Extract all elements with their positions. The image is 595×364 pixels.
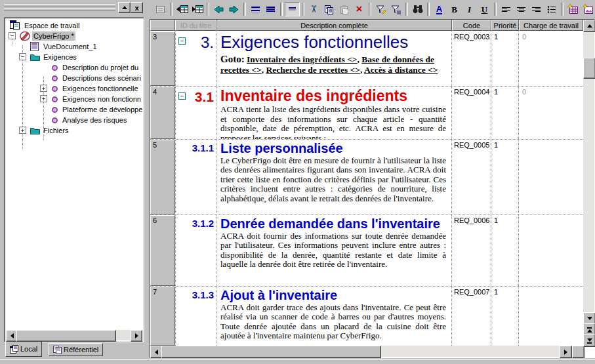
workload-cell[interactable]: 0 xyxy=(519,87,583,139)
workload-cell[interactable] xyxy=(519,215,583,286)
gripper[interactable] xyxy=(4,4,115,7)
priority-cell[interactable]: 1 xyxy=(491,215,519,286)
insert-row-after-button[interactable] xyxy=(190,2,205,16)
insert-image-button[interactable] xyxy=(581,2,595,16)
grid-vertical-scrollbar[interactable] xyxy=(583,20,594,346)
scrollbar-thumb[interactable] xyxy=(583,58,595,79)
description-cell[interactable]: Inventaire des ingrédients ACRA tient la… xyxy=(216,87,452,139)
priority-cell[interactable]: 1 xyxy=(491,287,519,346)
filter-clear-button[interactable] xyxy=(388,2,403,16)
tree-item-workspace[interactable]: Espace de travail xyxy=(23,21,81,30)
toolbar-separator xyxy=(170,3,173,16)
code-cell[interactable]: REQ_0003 xyxy=(452,31,491,86)
code-cell[interactable]: REQ_0007 xyxy=(452,287,491,346)
tab-referentiel-label: Référentiel xyxy=(64,346,98,354)
code-cell[interactable]: REQ_0006 xyxy=(452,215,491,286)
tree-item-description-projet[interactable]: Description du projet du xyxy=(61,63,140,72)
description-cell[interactable]: Ajout à l'inventaire ACRA doit garder tr… xyxy=(216,287,452,346)
collapse-icon[interactable]: − xyxy=(178,92,186,100)
bullet-list-button[interactable] xyxy=(544,2,559,16)
view-description-mode-button[interactable] xyxy=(285,2,300,16)
section-cell[interactable]: 3.1.2 xyxy=(175,215,216,286)
dock-titlebar[interactable]: x xyxy=(3,2,144,14)
grid-horizontal-scrollbar[interactable] xyxy=(150,346,572,357)
code-cell[interactable]: REQ_0005 xyxy=(452,140,491,214)
collapse-icon[interactable]: − xyxy=(178,37,186,45)
description-cell[interactable]: Liste personnalisée Le CyberFrigo doit ê… xyxy=(216,140,452,214)
go-last-requirement-button[interactable] xyxy=(583,334,595,347)
align-left-button[interactable] xyxy=(499,2,514,16)
cut-button[interactable]: ✂ xyxy=(306,2,321,16)
description-cell[interactable]: Exigences fonctionnelles Goto: Inventair… xyxy=(216,31,452,86)
section-cell[interactable]: − 3. xyxy=(175,31,216,86)
section-cell[interactable]: 3.1.3 xyxy=(175,287,216,346)
scroll-right-button[interactable] xyxy=(131,330,142,342)
collapse-icon[interactable]: − xyxy=(19,53,26,60)
gripper[interactable] xyxy=(4,8,115,11)
priority-cell[interactable]: 1 xyxy=(491,31,519,86)
expand-icon[interactable]: + xyxy=(40,85,47,92)
align-right-button[interactable] xyxy=(529,2,544,16)
tree-item-exigences-fonctionnelles[interactable]: Exigences fonctionnelle xyxy=(61,84,140,93)
header-id[interactable]: ID du titre xyxy=(175,20,216,31)
priority-cell[interactable]: 1 xyxy=(491,87,519,139)
workload-cell[interactable] xyxy=(519,287,583,346)
tree-item-fichiers[interactable]: Fichiers xyxy=(42,126,70,135)
workload-cell[interactable]: 0 xyxy=(519,31,583,86)
goto-link[interactable]: Accès à distance <> xyxy=(364,65,438,75)
tree-item-exigences-non-fonctionnelles[interactable]: Exigences non fonctionn xyxy=(61,94,142,104)
header-code[interactable]: Code xyxy=(452,20,491,31)
delete-button[interactable]: × xyxy=(352,2,367,16)
description-cell[interactable]: Denrée demandée dans l'inventaire ACRA d… xyxy=(216,215,452,286)
view-lines-a-button[interactable] xyxy=(248,2,263,16)
tree-item-descriptions-scenarios[interactable]: Descriptions des scénari xyxy=(61,73,142,83)
copy-button[interactable] xyxy=(321,2,337,16)
header-workload[interactable]: Charge de travail xyxy=(519,20,583,31)
scroll-right-button[interactable] xyxy=(560,346,572,358)
document-properties-button[interactable] xyxy=(153,2,168,16)
font-color-button[interactable]: A xyxy=(432,2,447,16)
filter-edit-button[interactable] xyxy=(373,2,388,16)
header-description[interactable]: Description complète xyxy=(216,20,452,31)
row-number-cell[interactable]: 4 xyxy=(150,87,175,139)
tree-item-exigences[interactable]: Exigences xyxy=(42,52,78,62)
tree-item-vuedocument[interactable]: VueDocument_1 xyxy=(42,42,98,51)
insert-row-before-button[interactable] xyxy=(174,2,190,16)
tab-local[interactable]: Local xyxy=(5,342,42,357)
priority-cell[interactable]: 1 xyxy=(491,140,519,214)
row-number-cell[interactable]: 7 xyxy=(150,287,175,346)
find-button[interactable] xyxy=(410,2,425,16)
dock-close-button[interactable]: x xyxy=(131,2,143,13)
paste-button[interactable] xyxy=(337,2,352,16)
tree-item-analyse-risques[interactable]: Analyse des risques xyxy=(61,115,128,125)
section-cell[interactable]: 3.1.1 xyxy=(175,140,216,214)
underline-button[interactable]: U xyxy=(477,2,492,16)
scroll-up-button[interactable] xyxy=(583,20,595,32)
dock-expand-button[interactable] xyxy=(118,2,131,13)
go-forward-button[interactable] xyxy=(226,2,241,16)
row-number-cell[interactable]: 6 xyxy=(150,215,175,286)
scrollbar-thumb[interactable] xyxy=(161,346,381,358)
scrollbar-thumb[interactable] xyxy=(16,330,116,342)
workload-cell[interactable] xyxy=(519,140,583,214)
code-cell[interactable]: REQ_0004 xyxy=(452,87,491,139)
expand-icon[interactable]: + xyxy=(19,127,26,134)
tree-horizontal-scrollbar[interactable] xyxy=(6,330,142,340)
row-number-cell[interactable]: 5 xyxy=(150,140,175,214)
row-number-cell[interactable]: 3 xyxy=(150,31,175,86)
insert-table-button[interactable] xyxy=(565,2,581,16)
go-back-button[interactable] xyxy=(211,2,226,16)
collapse-icon[interactable]: − xyxy=(9,32,16,39)
goto-link[interactable]: Recherche de recettes <> xyxy=(266,65,363,75)
bold-button[interactable]: B xyxy=(447,2,462,16)
italic-button[interactable]: I xyxy=(462,2,477,16)
view-lines-b-button[interactable] xyxy=(263,2,278,16)
header-priority[interactable]: Priorité xyxy=(491,20,519,31)
tree-item-project[interactable]: CyberFrigo * xyxy=(32,31,75,41)
align-center-button[interactable] xyxy=(514,2,529,16)
section-cell[interactable]: − 3.1 xyxy=(175,87,216,139)
tree-item-plateforme[interactable]: Plateforme de développe xyxy=(61,105,142,114)
goto-link[interactable]: Inventaire des ingrédients <> xyxy=(247,54,361,64)
tab-referentiel[interactable]: Référentiel xyxy=(49,343,103,356)
expand-icon[interactable]: + xyxy=(40,95,47,102)
